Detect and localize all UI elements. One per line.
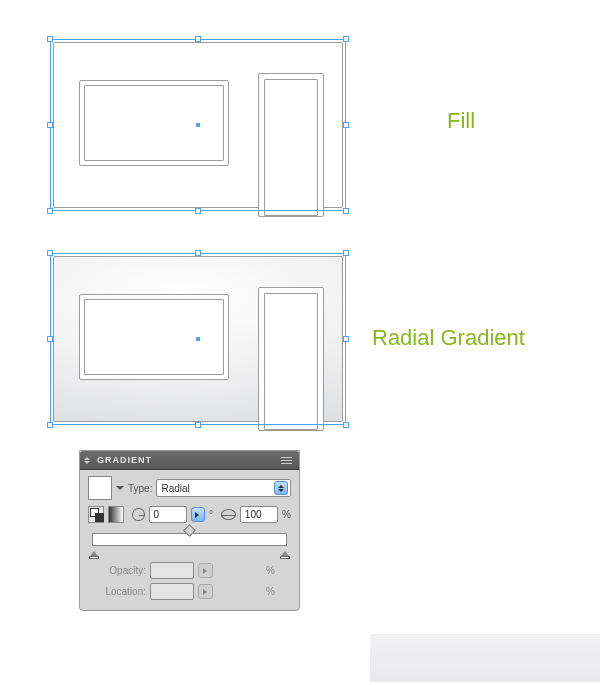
door-frame (258, 287, 324, 431)
handle-tr[interactable] (343, 36, 349, 42)
window-frame (79, 80, 229, 166)
window-frame (79, 294, 229, 380)
dropdown-caret-icon (274, 481, 288, 495)
location-stepper-icon (198, 584, 213, 599)
selection-center (196, 123, 200, 127)
handle-br[interactable] (343, 208, 349, 214)
panel-title: GRADIENT (97, 455, 277, 465)
selection-center (196, 337, 200, 341)
midpoint-diamond[interactable] (183, 524, 196, 537)
opacity-label: Opacity: (88, 565, 146, 576)
door-inner (264, 79, 318, 216)
handle-mr[interactable] (343, 336, 349, 342)
type-dropdown[interactable]: Radial (156, 479, 291, 497)
handle-bm[interactable] (195, 422, 201, 428)
swap-fill-stroke-icon[interactable] (88, 506, 104, 523)
chevron-down-icon[interactable] (116, 486, 124, 494)
gradient-slider[interactable] (92, 533, 287, 546)
location-field (150, 583, 194, 600)
location-label: Location: (88, 586, 146, 597)
artwork-radial-example[interactable] (53, 256, 343, 422)
aspect-unit: % (282, 509, 291, 520)
handle-mr[interactable] (343, 122, 349, 128)
window-inner (84, 299, 224, 375)
gradient-preview-swatch[interactable] (88, 476, 112, 500)
angle-icon (132, 508, 144, 521)
location-unit: % (217, 586, 275, 597)
handle-tl[interactable] (47, 250, 53, 256)
color-stop-start[interactable] (89, 547, 99, 559)
decorative-strip (370, 634, 600, 682)
handle-bm[interactable] (195, 208, 201, 214)
handle-bl[interactable] (47, 208, 53, 214)
collapse-icon[interactable] (84, 453, 94, 467)
reverse-gradient-icon[interactable] (108, 506, 124, 523)
gradient-panel: GRADIENT Type: Radial 0 ° (79, 450, 300, 611)
handle-tr[interactable] (343, 250, 349, 256)
type-label: Type: (128, 483, 152, 494)
door-inner (264, 293, 318, 430)
angle-field[interactable]: 0 (149, 506, 187, 523)
window-inner (84, 85, 224, 161)
handle-tl[interactable] (47, 36, 53, 42)
aspect-value: 100 (245, 509, 262, 520)
panel-header[interactable]: GRADIENT (80, 451, 299, 470)
handle-br[interactable] (343, 422, 349, 428)
type-value: Radial (161, 483, 189, 494)
angle-stepper-icon[interactable] (191, 507, 205, 522)
opacity-unit: % (217, 565, 275, 576)
color-stop-end[interactable] (280, 547, 290, 559)
annotation-fill: Fill (447, 108, 475, 134)
door-frame (258, 73, 324, 217)
aspect-ratio-icon (221, 509, 236, 520)
opacity-field (150, 562, 194, 579)
aspect-field[interactable]: 100 (240, 506, 278, 523)
angle-unit: ° (209, 509, 217, 520)
angle-value: 0 (154, 509, 160, 520)
opacity-stepper-icon (198, 563, 213, 578)
artwork-fill-example[interactable] (53, 42, 343, 208)
annotation-radial: Radial Gradient (372, 325, 525, 351)
panel-menu-icon[interactable] (277, 453, 295, 467)
handle-bl[interactable] (47, 422, 53, 428)
panel-body: Type: Radial 0 ° 100 % (80, 470, 299, 610)
